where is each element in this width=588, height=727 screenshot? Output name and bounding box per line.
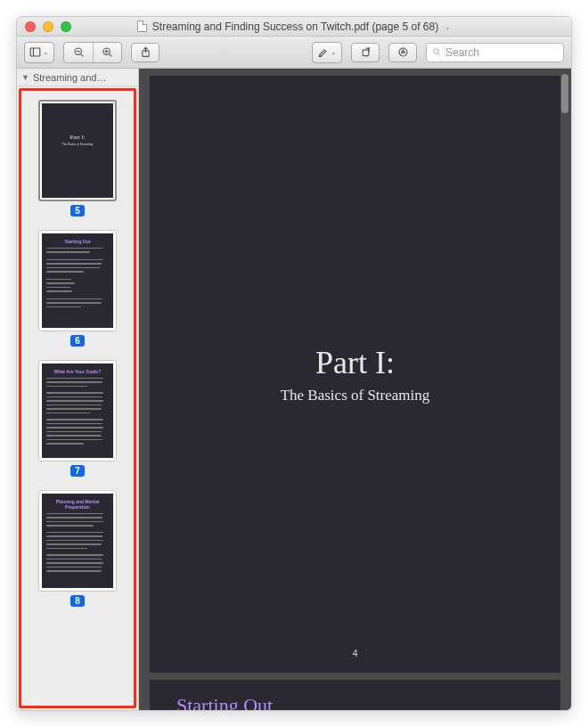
svg-line-6: [110, 54, 112, 57]
svg-line-3: [80, 54, 83, 57]
scrollbar-thumb[interactable]: [561, 74, 568, 113]
document-icon: [137, 20, 147, 32]
svg-line-15: [438, 53, 440, 55]
page-number: 4: [150, 648, 560, 658]
highlight-button[interactable]: ⌄: [313, 43, 341, 62]
thumbnail-page-5[interactable]: Part I: The Basics of Streaming 5: [21, 91, 134, 221]
thumbnails-sidebar: ▼ Streaming and… Part I: The Basics of S…: [17, 69, 139, 710]
markup-group: ⌄: [312, 42, 342, 63]
page-number-badge: 8: [70, 595, 85, 607]
window-title-text: Streaming and Finding Success on Twitch.…: [152, 20, 438, 33]
thumb-title: Part I:: [46, 134, 109, 141]
section-heading: Starting Out: [176, 694, 534, 710]
preview-window: Streaming and Finding Success on Twitch.…: [16, 16, 572, 711]
page-6: Starting Out New broadcasters have a cha…: [150, 680, 560, 710]
view-mode-group: ⌄: [24, 42, 54, 63]
search-icon: [432, 47, 442, 57]
page-number-badge: 5: [70, 205, 85, 216]
thumb-heading: Planning and Mental Preparation: [46, 499, 109, 510]
marker-icon: [317, 46, 329, 58]
share-icon: [140, 46, 151, 58]
search-placeholder: Search: [445, 46, 479, 59]
page-number-badge: 7: [70, 465, 85, 477]
page-5: Part I: The Basics of Streaming 4: [150, 76, 560, 673]
thumbnail-page-8[interactable]: Planning and Mental Preparation 8: [21, 481, 134, 611]
rotate-button[interactable]: [351, 43, 380, 62]
toolbar: ⌄ ⌄ Search: [17, 37, 571, 69]
markup-toolbar-button[interactable]: [388, 43, 417, 62]
dropdown-caret-icon: ⌄: [43, 48, 49, 56]
search-field[interactable]: Search: [426, 43, 564, 62]
markup-icon: [397, 46, 409, 58]
sidebar-toggle-button[interactable]: ⌄: [25, 43, 53, 62]
thumbnail-page-6[interactable]: Starting Out 6: [21, 221, 134, 351]
rotate-icon: [360, 46, 372, 58]
page-title: Part I:: [315, 344, 395, 381]
page-subtitle: The Basics of Streaming: [281, 387, 430, 404]
sidebar-header[interactable]: ▼ Streaming and…: [17, 69, 138, 86]
document-viewport[interactable]: Part I: The Basics of Streaming 4 Starti…: [139, 69, 571, 710]
sidebar-icon: [29, 46, 41, 58]
zoom-out-icon: [73, 46, 85, 58]
chevron-down-icon: ⌄: [444, 22, 451, 31]
vertical-scrollbar[interactable]: [558, 69, 571, 710]
svg-point-14: [434, 49, 439, 54]
zoom-group: [63, 42, 122, 63]
zoom-in-icon: [102, 46, 113, 58]
svg-rect-12: [363, 50, 369, 56]
thumbnails-list: Part I: The Basics of Streaming 5 Starti…: [19, 88, 136, 708]
page-number-badge: 6: [70, 335, 85, 347]
content-body: ▼ Streaming and… Part I: The Basics of S…: [17, 69, 571, 710]
window-title[interactable]: Streaming and Finding Success on Twitch.…: [17, 20, 571, 33]
thumb-heading: What Are Your Goals?: [46, 369, 109, 374]
svg-rect-0: [30, 48, 40, 56]
zoom-out-button[interactable]: [64, 43, 93, 62]
thumbnail-page-7[interactable]: What Are Your Goals? 7: [21, 351, 134, 481]
thumb-heading: Starting Out: [46, 239, 109, 244]
share-button[interactable]: [131, 43, 159, 62]
thumb-subtitle: The Basics of Streaming: [46, 143, 109, 146]
sidebar-title: Streaming and…: [33, 72, 107, 83]
titlebar: Streaming and Finding Success on Twitch.…: [17, 17, 571, 37]
zoom-in-button[interactable]: [93, 43, 121, 62]
disclosure-triangle-icon: ▼: [21, 73, 29, 82]
dropdown-caret-icon: ⌄: [331, 48, 337, 56]
